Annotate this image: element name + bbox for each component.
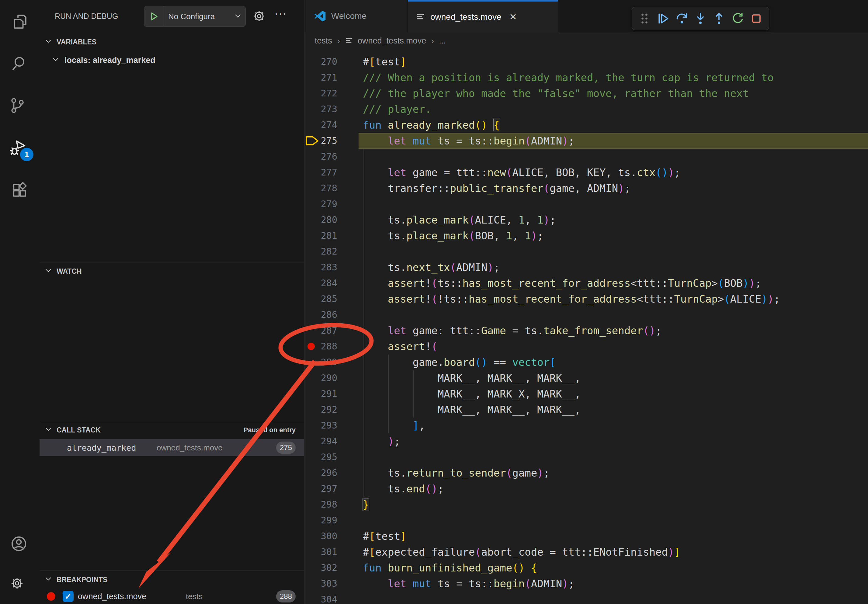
search-icon[interactable]	[11, 55, 28, 72]
breakpoint-checkbox[interactable]: ✓	[63, 591, 74, 602]
call-stack-section-header[interactable]: CALL STACK Paused on entry	[40, 422, 304, 438]
code-text: /// the player who made the "false" move…	[363, 85, 749, 101]
frame-line-badge: 275	[276, 441, 296, 454]
line-number[interactable]: 297	[304, 481, 337, 497]
line-number[interactable]: 270	[304, 54, 337, 70]
files-icon[interactable]	[11, 13, 28, 30]
line-number[interactable]: 281	[304, 228, 337, 244]
line-number[interactable]: 293	[304, 418, 337, 434]
tab-owned-tests-move[interactable]: owned_tests.move ✕	[408, 0, 558, 32]
call-stack-frame-row[interactable]: already_marked owned_tests.move 275	[40, 439, 304, 456]
breadcrumb-item[interactable]: owned_tests.move	[358, 36, 426, 46]
breakpoints-section-header[interactable]: BREAKPOINTS	[40, 572, 304, 588]
line-number[interactable]: 291	[304, 386, 337, 402]
code-line: 303 let mut ts = ts::begin(ADMIN);	[304, 576, 868, 592]
vscode-logo-icon	[313, 10, 326, 23]
debug-settings-gear-icon[interactable]	[253, 9, 266, 23]
line-number[interactable]: 295	[304, 449, 337, 465]
breakpoint-list-item[interactable]: ✓ owned_tests.move tests 288	[40, 589, 304, 604]
breadcrumb[interactable]: tests › owned_tests.move › ...	[304, 32, 868, 49]
close-icon[interactable]: ✕	[509, 12, 517, 22]
code-text: #[expected_failure(abort_code = ttt::ENo…	[363, 544, 680, 560]
line-number[interactable]: 277	[304, 164, 337, 180]
line-number[interactable]: 294	[304, 434, 337, 449]
debug-toolbar	[632, 7, 769, 30]
tab-welcome[interactable]: Welcome	[306, 0, 408, 32]
run-and-debug-sidebar: RUN AND DEBUG No Configura ⋯ VARIABLES l…	[40, 0, 304, 604]
line-number[interactable]: 298	[304, 497, 337, 513]
code-line: 284 assert!(ts::has_most_recent_for_addr…	[304, 275, 868, 291]
code-text: ts.end();	[363, 481, 444, 497]
code-line: 277 let game = ttt::new(ALICE, BOB, KEY,…	[304, 164, 868, 180]
code-text: let game: ttt::Game = ts.take_from_sende…	[363, 323, 662, 339]
line-number[interactable]: 274	[304, 117, 337, 133]
call-stack-label: CALL STACK	[57, 426, 101, 434]
code-text: let mut ts = ts::begin(ADMIN);	[363, 133, 575, 149]
launch-config-dropdown[interactable]: No Configura	[144, 6, 246, 27]
gear-icon[interactable]	[10, 577, 27, 594]
code-editor[interactable]: 270#[test]271/// When a position is alre…	[304, 49, 868, 604]
code-line: 300#[test]	[304, 528, 868, 544]
vscode-window: 1 RUN AND DEBUG No Configura	[0, 0, 868, 604]
line-number[interactable]: 296	[304, 465, 337, 481]
code-text: assert!(ts::has_most_recent_for_address<…	[363, 275, 761, 291]
chevron-down-icon	[52, 56, 61, 65]
line-number[interactable]: 276	[304, 149, 337, 164]
step-over-button[interactable]	[674, 11, 690, 26]
line-number[interactable]: 279	[304, 196, 337, 212]
line-number[interactable]: 289	[304, 354, 337, 370]
section-divider	[40, 570, 304, 571]
code-text: let mut ts = ts::begin(ADMIN);	[363, 576, 575, 592]
code-line: 304	[304, 592, 868, 604]
line-number[interactable]: 283	[304, 259, 337, 275]
account-icon[interactable]	[10, 535, 27, 552]
line-number[interactable]: 286	[304, 307, 337, 323]
line-number[interactable]: 280	[304, 212, 337, 228]
line-number[interactable]: 299	[304, 513, 337, 528]
source-control-icon[interactable]	[9, 97, 26, 114]
line-number[interactable]: 285	[304, 291, 337, 307]
code-text: #[test]	[363, 54, 406, 70]
line-number[interactable]: 278	[304, 180, 337, 196]
step-out-button[interactable]	[711, 11, 727, 26]
line-number[interactable]: 271	[304, 70, 337, 85]
line-number[interactable]: 303	[304, 576, 337, 592]
continue-button[interactable]	[656, 11, 671, 26]
drag-grip-icon[interactable]	[637, 11, 652, 26]
line-number[interactable]: 302	[304, 560, 337, 576]
code-text: assert!(!ts::has_most_recent_for_address…	[363, 291, 780, 307]
line-number[interactable]: 287	[304, 323, 337, 339]
variables-label: VARIABLES	[57, 38, 96, 46]
line-number[interactable]: 300	[304, 528, 337, 544]
more-actions-icon[interactable]: ⋯	[274, 7, 288, 21]
line-number[interactable]: 304	[304, 592, 337, 604]
code-text: assert!(	[363, 339, 438, 354]
extensions-icon[interactable]	[11, 182, 28, 199]
code-text: );	[363, 434, 400, 449]
sidebar-title: RUN AND DEBUG	[55, 0, 118, 32]
step-into-button[interactable]	[693, 11, 708, 26]
breadcrumb-item[interactable]: tests	[315, 36, 332, 46]
breakpoint-line-badge: 288	[276, 590, 296, 602]
line-number[interactable]: 272	[304, 85, 337, 101]
line-number[interactable]: 301	[304, 544, 337, 560]
code-text: game.board() == vector[	[363, 354, 556, 370]
line-number[interactable]: 288	[304, 339, 337, 354]
restart-button[interactable]	[730, 11, 746, 26]
line-number[interactable]: 284	[304, 275, 337, 291]
breadcrumb-item[interactable]: ...	[439, 36, 446, 46]
line-number[interactable]: 273	[304, 101, 337, 117]
variables-scope-row[interactable]: locals: already_marked	[40, 52, 304, 68]
code-text: /// When a position is already marked, t…	[363, 70, 774, 85]
start-debug-icon[interactable]	[144, 6, 164, 26]
line-number[interactable]: 275	[304, 133, 337, 149]
line-number[interactable]: 292	[304, 402, 337, 418]
watch-section-header[interactable]: WATCH	[40, 263, 304, 279]
code-line: 302fun burn_unfinished_game() {	[304, 560, 868, 576]
line-number[interactable]: 282	[304, 244, 337, 259]
stop-button[interactable]	[749, 11, 764, 26]
variables-section-header[interactable]: VARIABLES	[40, 34, 304, 50]
code-line: 273/// player.	[304, 101, 868, 117]
frame-file-name: owned_tests.move	[157, 443, 223, 452]
line-number[interactable]: 290	[304, 370, 337, 386]
